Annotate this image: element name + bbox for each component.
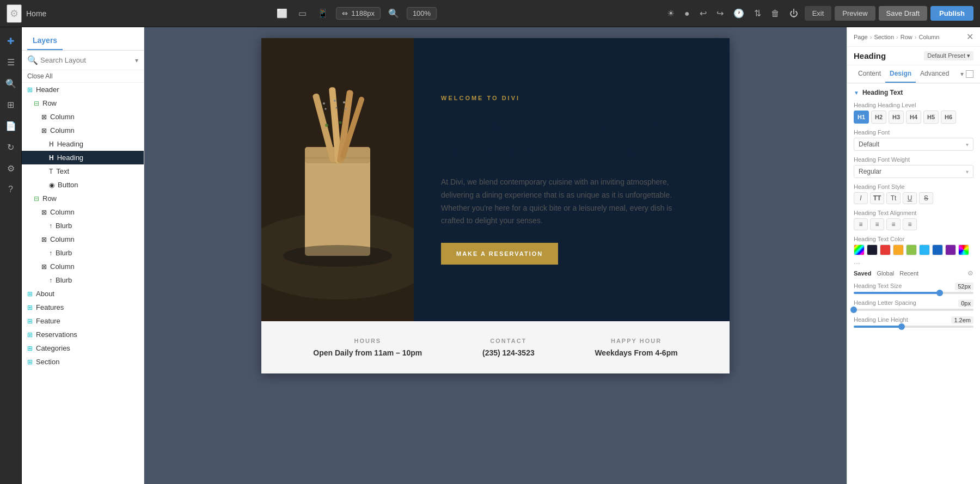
settings-button[interactable]: ⇅ <box>751 6 764 21</box>
layer-heading-2[interactable]: H Heading <box>22 151 144 164</box>
layer-section[interactable]: ⊞ Section <box>22 355 144 369</box>
color-swatch-blue[interactable] <box>932 244 943 255</box>
align-left-button[interactable]: ≡ <box>854 218 868 230</box>
settings-side-icon[interactable]: ⚙ <box>0 159 21 178</box>
letter-spacing-slider-thumb[interactable] <box>850 307 857 313</box>
underline-button[interactable]: U <box>903 192 917 204</box>
layer-column-2[interactable]: ⊠ Column <box>22 124 144 137</box>
save-draft-button[interactable]: Save Draft <box>879 6 927 21</box>
mobile-view-button[interactable]: 📱 <box>314 6 332 21</box>
templates-icon[interactable]: 📄 <box>0 117 21 136</box>
breadcrumb-row[interactable]: Row <box>901 34 912 40</box>
align-justify-button[interactable]: ≡ <box>903 218 917 230</box>
panel-tab-more[interactable]: ▾ <box>960 70 964 78</box>
layer-text[interactable]: T Text <box>22 164 144 178</box>
add-module-icon[interactable]: ✚ <box>0 32 21 51</box>
layer-about[interactable]: ⊞ About <box>22 287 144 301</box>
h3-button[interactable]: H3 <box>889 111 904 124</box>
history-side-icon[interactable]: ↻ <box>0 138 21 157</box>
layer-reservations[interactable]: ⊞ Reservations <box>22 328 144 341</box>
align-right-button[interactable]: ≡ <box>886 218 901 230</box>
exit-button[interactable]: Exit <box>805 6 832 21</box>
search-icon[interactable]: 🔍 <box>0 74 21 93</box>
layout-icon[interactable]: ⊞ <box>0 95 21 114</box>
section-toggle-icon[interactable]: ▼ <box>854 90 859 96</box>
layer-heading-1[interactable]: H Heading <box>22 137 144 151</box>
color-swatch-purple[interactable] <box>945 244 956 255</box>
color-settings-icon[interactable]: ⚙ <box>967 269 973 277</box>
hero-cta-button[interactable]: MAKE A RESERVATION <box>441 243 558 265</box>
panel-preset-dropdown[interactable]: Default Preset ▾ <box>924 51 973 60</box>
layer-feature[interactable]: ⊞ Feature <box>22 314 144 328</box>
close-panel-button[interactable]: ✕ <box>966 32 973 42</box>
saved-colors-tab[interactable]: Saved <box>854 270 871 277</box>
desktop-view-button[interactable]: ⬜ <box>273 6 291 21</box>
size-display[interactable]: ⇔ 1188px <box>336 7 381 20</box>
h1-button[interactable]: H1 <box>854 111 869 124</box>
preview-button[interactable]: Preview <box>835 6 875 21</box>
layer-blurb-3[interactable]: ↑ Blurb <box>22 273 144 287</box>
power-button[interactable]: ⏻ <box>786 7 801 21</box>
color-swatch-yellow[interactable] <box>893 244 904 255</box>
search-layout-input[interactable] <box>40 56 133 64</box>
undo-button[interactable]: ↩ <box>696 6 710 21</box>
layer-features[interactable]: ⊞ Features <box>22 301 144 314</box>
global-colors-tab[interactable]: Global <box>877 270 894 277</box>
h6-button[interactable]: H6 <box>941 111 956 124</box>
search-canvas-button[interactable]: 🔍 <box>385 6 402 21</box>
zoom-display[interactable]: 100% <box>407 7 437 20</box>
sun-icon-button[interactable]: ☀ <box>664 6 678 21</box>
italic-button[interactable]: I <box>854 192 868 204</box>
help-icon[interactable]: ? <box>0 180 21 199</box>
letter-spacing-value[interactable]: 0px <box>958 299 973 307</box>
h2-button[interactable]: H2 <box>871 111 886 124</box>
history-button[interactable]: 🕐 <box>730 6 748 21</box>
line-height-slider-thumb[interactable] <box>898 323 905 330</box>
layer-column-1[interactable]: ⊠ Column <box>22 110 144 124</box>
tab-content[interactable]: Content <box>854 65 885 83</box>
publish-button[interactable]: Publish <box>930 6 973 21</box>
color-swatch-green[interactable] <box>906 244 917 255</box>
redo-button[interactable]: ↪ <box>713 6 727 21</box>
breadcrumb-page[interactable]: Page <box>854 34 868 40</box>
tab-design[interactable]: Design <box>885 65 916 83</box>
layer-column-3[interactable]: ⊠ Column <box>22 205 144 219</box>
tablet-view-button[interactable]: ▭ <box>295 6 310 21</box>
color-swatch-rainbow[interactable] <box>958 244 969 255</box>
layer-column-4[interactable]: ⊠ Column <box>22 232 144 246</box>
heading-font-select[interactable]: Default ▾ <box>854 138 973 151</box>
h5-button[interactable]: H5 <box>923 111 939 124</box>
letter-spacing-slider-track[interactable] <box>854 309 973 311</box>
layer-column-5[interactable]: ⊠ Column <box>22 260 144 273</box>
layer-button[interactable]: ◉ Button <box>22 178 144 192</box>
heading-font-weight-select[interactable]: Regular ▾ <box>854 165 973 178</box>
layer-row-1[interactable]: ⊟ Row <box>22 96 144 110</box>
color-swatch-lightblue[interactable] <box>919 244 930 255</box>
align-center-button[interactable]: ≡ <box>870 218 884 230</box>
layer-blurb-1[interactable]: ↑ Blurb <box>22 219 144 232</box>
text-size-slider-thumb[interactable] <box>936 290 943 296</box>
layers-icon[interactable]: ☰ <box>0 53 21 72</box>
filter-icon[interactable]: ▾ <box>135 57 138 64</box>
layer-row-2[interactable]: ⊟ Row <box>22 192 144 205</box>
layer-header[interactable]: ⊞ Header <box>22 83 144 96</box>
uppercase-button[interactable]: TT <box>870 192 884 204</box>
strikethrough-button[interactable]: S <box>919 192 933 204</box>
layer-blurb-2[interactable]: ↑ Blurb <box>22 246 144 260</box>
color-swatch-black[interactable] <box>867 244 878 255</box>
tab-advanced[interactable]: Advanced <box>916 65 953 83</box>
panel-tab-checkbox[interactable] <box>966 70 973 78</box>
line-height-value[interactable]: 1.2em <box>951 316 973 324</box>
layers-tab[interactable]: Layers <box>27 33 63 50</box>
breadcrumb-section[interactable]: Section <box>874 34 894 40</box>
text-size-slider-track[interactable] <box>854 292 973 294</box>
theme-toggle-button[interactable]: ● <box>681 7 693 21</box>
color-picker-button[interactable] <box>854 244 865 255</box>
close-all-button[interactable]: Close All <box>22 70 144 83</box>
text-size-value[interactable]: 52px <box>955 283 973 290</box>
trash-button[interactable]: 🗑 <box>768 7 783 21</box>
gear-button[interactable]: ⚙ <box>7 4 22 23</box>
layer-categories[interactable]: ⊞ Categories <box>22 341 144 355</box>
breadcrumb-column[interactable]: Column <box>918 34 939 40</box>
capitalize-button[interactable]: Tt <box>886 192 901 204</box>
